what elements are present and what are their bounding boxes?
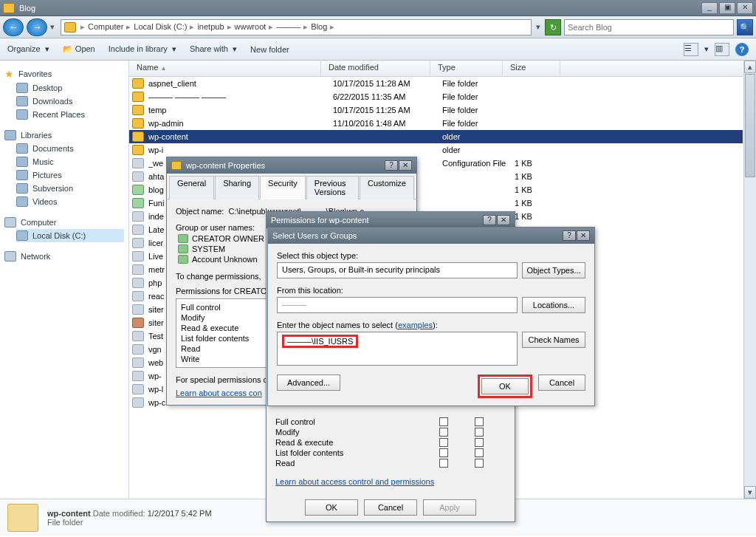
file-icon [132,291,144,301]
open-button[interactable]: 📂 Open [63,44,95,54]
learn-permissions-link[interactable]: Learn about access control and permissio… [275,477,506,486]
sidebar-favorites[interactable]: ★Favorites [4,66,124,81]
crumb[interactable]: inetpub [196,22,225,31]
history-dropdown[interactable]: ▾ [50,22,58,32]
file-icon [132,225,144,235]
allow-checkbox[interactable] [439,459,448,468]
table-row[interactable]: wp-iolder [129,143,743,157]
help-button[interactable]: ? [385,160,398,171]
help-button[interactable]: ? [735,43,749,56]
sidebar-item[interactable]: Recent Places [16,108,124,121]
crumb[interactable]: Computer [86,22,125,31]
select-users-title[interactable]: Select Users or Groups ? ✕ [268,228,594,244]
view-dropdown[interactable]: ▾ [704,44,709,54]
object-names-input[interactable]: ———\IIS_IUSRS [277,332,518,366]
cancel-button[interactable]: Cancel [364,499,417,516]
tab-general[interactable]: General [169,176,214,199]
deny-checkbox[interactable] [475,417,484,426]
table-row[interactable]: wp-contentolder [129,130,743,143]
sidebar-item[interactable]: Documents [16,142,124,155]
search-input[interactable] [564,19,734,35]
deny-checkbox[interactable] [475,438,484,447]
tab-security[interactable]: Security [260,176,306,199]
close-button[interactable]: ✕ [577,230,590,241]
file-icon [132,198,144,208]
close-button[interactable]: ✕ [399,160,412,171]
sidebar-item[interactable]: Downloads [16,95,124,108]
crumb[interactable]: wwwroot [233,22,268,31]
address-dropdown[interactable]: ▾ [535,22,542,32]
help-button[interactable]: ? [483,215,496,225]
help-button[interactable]: ? [563,230,576,241]
minimize-button[interactable]: _ [701,2,718,14]
location-field: ——— [277,297,518,313]
share-menu[interactable]: Share with ▾ [190,44,237,54]
forward-button[interactable]: → [27,18,47,36]
ok-button[interactable]: OK [305,499,358,516]
permissions-title[interactable]: Permissions for wp-content ? ✕ [267,212,515,228]
scrollbar[interactable]: ▴ ▾ [743,61,756,499]
sidebar-item[interactable]: Local Disk (C:) [16,229,124,242]
allow-checkbox[interactable] [439,417,448,426]
sidebar-item[interactable]: Music [16,155,124,168]
sidebar-libraries[interactable]: Libraries [4,129,124,142]
properties-title[interactable]: wp-content Properties ? ✕ [167,157,416,174]
preview-pane-button[interactable]: ▥ [715,43,729,56]
network-icon [4,251,16,261]
scroll-up[interactable]: ▴ [744,61,756,73]
sidebar-network[interactable]: Network [4,250,124,263]
sidebar-item[interactable]: Subversion [16,182,124,195]
col-date[interactable]: Date modified [321,61,430,76]
allow-checkbox[interactable] [439,428,448,437]
include-library-menu[interactable]: Include in library ▾ [109,44,176,54]
location-label: From this location: [277,286,585,295]
table-row[interactable]: ——— ——— ———6/22/2015 11:35 AMFile folder [129,90,743,103]
refresh-button[interactable]: ↻ [545,19,561,35]
close-button[interactable]: ✕ [737,2,753,14]
scroll-thumb[interactable] [745,74,755,177]
close-button[interactable]: ✕ [497,215,510,225]
scroll-down[interactable]: ▾ [744,486,756,499]
crumb[interactable]: Local Disk (C:) [132,22,188,31]
sidebar-item[interactable]: Pictures [16,168,124,182]
tab-customize[interactable]: Customize [360,176,414,199]
object-types-button[interactable]: Object Types... [522,262,585,278]
advanced-button[interactable]: Advanced... [277,374,340,391]
search-field[interactable] [568,23,730,32]
sidebar-item[interactable]: Videos [16,195,124,208]
sidebar-item[interactable]: Desktop [16,81,124,95]
view-mode-button[interactable]: ☰ [684,43,698,56]
deny-checkbox[interactable] [475,448,484,457]
file-icon [132,171,144,182]
deny-checkbox[interactable] [475,428,484,437]
search-button[interactable]: 🔍 [737,19,753,35]
ok-button[interactable]: OK [481,378,529,394]
check-names-button[interactable]: Check Names [522,332,585,348]
sidebar-computer[interactable]: Computer [4,216,124,229]
new-folder-button[interactable]: New folder [250,45,289,54]
deny-checkbox[interactable] [475,459,484,468]
col-type[interactable]: Type [430,61,503,76]
crumb[interactable]: ——— [275,22,302,31]
tab-sharing[interactable]: Sharing [215,176,259,199]
back-button[interactable]: ← [3,18,24,36]
breadcrumb[interactable]: ▸Computer▸Local Disk (C:)▸inetpub▸wwwroo… [61,19,532,35]
col-size[interactable]: Size [503,61,560,76]
allow-checkbox[interactable] [439,438,448,447]
crumb[interactable]: Blog [309,22,329,31]
file-icon [132,371,144,381]
table-row[interactable]: wp-admin11/10/2016 1:48 AMFile folder [129,117,743,130]
allow-checkbox[interactable] [439,448,448,457]
restore-button[interactable]: ▣ [719,2,735,14]
col-name[interactable]: Name ▲ [129,61,321,76]
table-row[interactable]: aspnet_client10/17/2015 11:28 AMFile fol… [129,77,743,90]
organize-menu[interactable]: Organize ▾ [7,44,49,54]
table-row[interactable]: temp10/17/2015 11:25 AMFile folder [129,103,743,117]
apply-button[interactable]: Apply [423,499,476,516]
locations-button[interactable]: Locations... [522,297,585,313]
tab-previous-versions[interactable]: Previous Versions [306,176,359,199]
file-icon [132,304,144,315]
examples-link[interactable]: examples [398,321,433,329]
titlebar: Blog _ ▣ ✕ [0,0,756,16]
cancel-button[interactable]: Cancel [538,374,585,391]
